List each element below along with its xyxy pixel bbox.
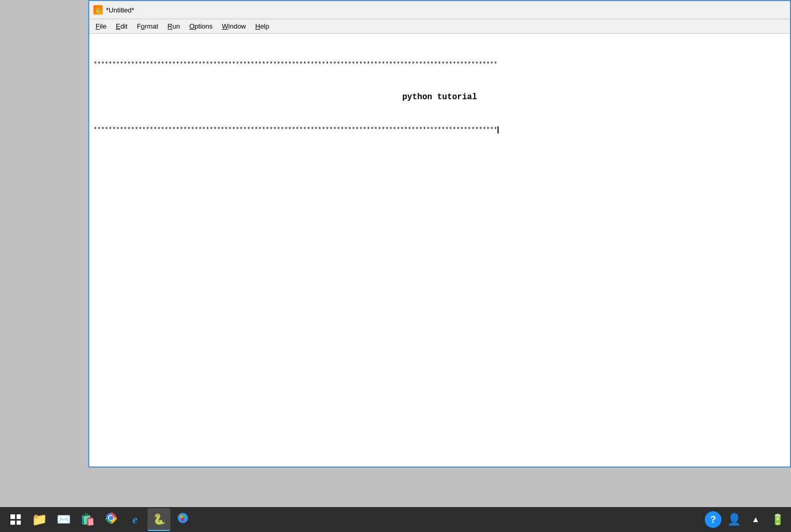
idle-window: 🐍 *Untitled* File Edit Format Run Option… xyxy=(88,0,791,468)
menu-edit[interactable]: Edit xyxy=(112,21,131,32)
start-button[interactable] xyxy=(4,508,27,531)
show-hidden-icons-button[interactable]: ▲ xyxy=(746,510,765,529)
stars-line-2: ****************************************… xyxy=(93,125,786,135)
chrome-svg-icon xyxy=(105,512,117,524)
windows-logo-icon xyxy=(10,514,21,525)
taskbar-chrome[interactable] xyxy=(100,508,123,531)
battery-button[interactable]: 🔋 xyxy=(768,510,787,529)
candy-icon xyxy=(177,512,189,527)
window-title: *Untitled* xyxy=(106,6,134,14)
menu-help[interactable]: Help xyxy=(251,21,274,32)
menu-format[interactable]: Format xyxy=(132,21,162,32)
editor-area[interactable]: ****************************************… xyxy=(89,34,790,467)
caret-up-icon: ▲ xyxy=(752,515,760,524)
title-line: python tutorial xyxy=(93,91,786,103)
app-icon: 🐍 xyxy=(93,5,103,15)
taskbar-idle[interactable]: 🐍 xyxy=(148,508,170,531)
taskbar-file-explorer[interactable]: 📁 xyxy=(28,508,51,531)
help-button[interactable]: ? xyxy=(705,511,721,528)
taskbar: 📁 ✉️ 🛍️ e 🐍 xyxy=(0,507,791,532)
svg-point-5 xyxy=(180,515,183,518)
title-bar: 🐍 *Untitled* xyxy=(89,1,790,19)
menu-bar: File Edit Format Run Options Window Help xyxy=(89,19,790,34)
person-icon: 👤 xyxy=(727,513,741,526)
taskbar-mail[interactable]: ✉️ xyxy=(52,508,75,531)
menu-file[interactable]: File xyxy=(91,21,111,32)
menu-run[interactable]: Run xyxy=(164,21,184,32)
candy-app-icon xyxy=(177,512,189,524)
mail-icon: ✉️ xyxy=(57,513,71,526)
taskbar-ie[interactable]: e xyxy=(124,508,146,531)
help-icon: ? xyxy=(710,514,716,525)
python-idle-icon: 🐍 xyxy=(153,513,166,525)
svg-point-6 xyxy=(183,515,186,518)
menu-options[interactable]: Options xyxy=(185,21,217,32)
svg-point-7 xyxy=(181,518,184,521)
store-icon: 🛍️ xyxy=(81,513,95,526)
chrome-icon xyxy=(105,512,117,527)
editor-content: ****************************************… xyxy=(93,38,786,156)
stars-line-1: ****************************************… xyxy=(93,60,786,69)
user-icon-button[interactable]: 👤 xyxy=(725,510,743,529)
menu-window[interactable]: Window xyxy=(218,21,250,32)
svg-point-3 xyxy=(109,516,113,520)
taskbar-candy[interactable] xyxy=(171,508,194,531)
taskbar-store[interactable]: 🛍️ xyxy=(76,508,99,531)
battery-icon: 🔋 xyxy=(771,513,784,526)
ie-icon: e xyxy=(132,513,138,526)
folder-icon: 📁 xyxy=(32,512,47,527)
taskbar-right-area: ? 👤 ▲ 🔋 xyxy=(705,510,787,529)
